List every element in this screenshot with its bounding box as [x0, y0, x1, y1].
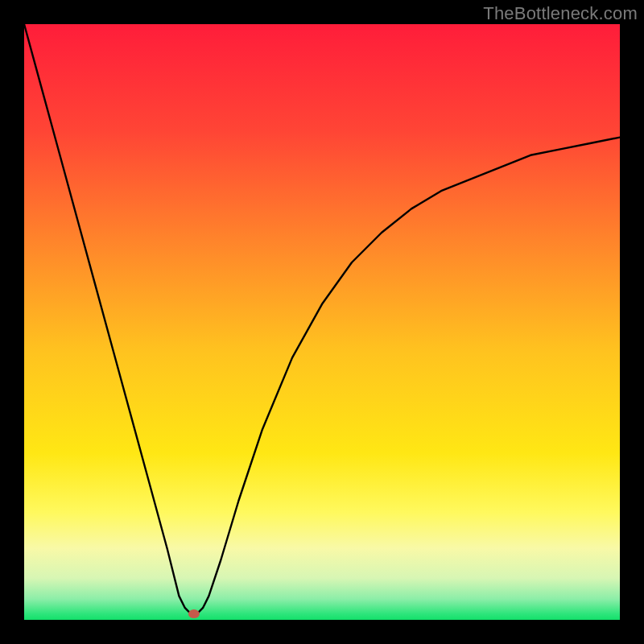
- chart-background: [24, 24, 620, 620]
- minimum-marker: [188, 609, 200, 618]
- chart-frame: TheBottleneck.com: [0, 0, 644, 644]
- bottleneck-chart: [24, 24, 620, 620]
- watermark-text: TheBottleneck.com: [483, 3, 638, 24]
